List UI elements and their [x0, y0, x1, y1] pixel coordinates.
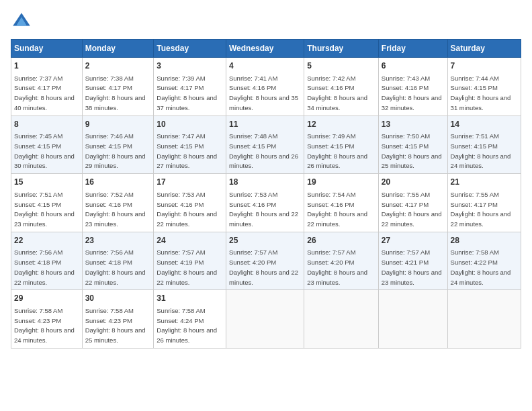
day-number: 4 [229, 60, 301, 72]
sunrise-text: Sunrise: 7:42 AM [307, 75, 355, 82]
sunset-text: Sunset: 4:15 PM [451, 142, 498, 150]
sunrise-text: Sunrise: 7:57 AM [229, 248, 277, 256]
daylight-text: Daylight: 8 hours and 23 minutes. [14, 210, 75, 228]
calendar-cell: 10 Sunrise: 7:47 AM Sunset: 4:15 PM Dayl… [154, 116, 226, 174]
calendar-cell: 26 Sunrise: 7:57 AM Sunset: 4:20 PM Dayl… [304, 232, 379, 290]
sunrise-text: Sunrise: 7:47 AM [157, 132, 205, 140]
calendar-cell: 24 Sunrise: 7:57 AM Sunset: 4:19 PM Dayl… [154, 232, 226, 290]
daylight-text: Daylight: 8 hours and 23 minutes. [85, 210, 146, 228]
calendar-cell: 27 Sunrise: 7:57 AM Sunset: 4:21 PM Dayl… [378, 232, 447, 290]
sunset-text: Sunset: 4:22 PM [451, 259, 498, 266]
sunrise-text: Sunrise: 7:58 AM [14, 307, 62, 314]
sunrise-text: Sunrise: 7:54 AM [307, 191, 355, 198]
daylight-text: Daylight: 8 hours and 23 minutes. [382, 269, 442, 286]
daylight-text: Daylight: 8 hours and 34 minutes. [307, 94, 367, 111]
daylight-text: Daylight: 8 hours and 25 minutes. [85, 326, 146, 344]
sunrise-text: Sunrise: 7:58 AM [451, 248, 499, 256]
sunrise-text: Sunrise: 7:41 AM [229, 75, 277, 82]
sunrise-text: Sunrise: 7:56 AM [85, 248, 134, 256]
calendar-cell: 25 Sunrise: 7:57 AM Sunset: 4:20 PM Dayl… [226, 232, 304, 290]
daylight-text: Daylight: 8 hours and 22 minutes. [451, 210, 511, 228]
sunset-text: Sunset: 4:20 PM [229, 259, 276, 266]
sunset-text: Sunset: 4:17 PM [85, 84, 132, 91]
daylight-text: Daylight: 8 hours and 22 minutes. [382, 210, 442, 228]
sunset-text: Sunset: 4:20 PM [307, 259, 354, 266]
day-number: 7 [451, 60, 518, 72]
sunrise-text: Sunrise: 7:39 AM [157, 75, 205, 82]
sunset-text: Sunset: 4:16 PM [229, 84, 276, 91]
day-number: 15 [14, 177, 79, 188]
sunset-text: Sunset: 4:15 PM [157, 142, 204, 150]
sunset-text: Sunset: 4:16 PM [85, 201, 132, 208]
calendar-table: SundayMondayTuesdayWednesdayThursdayFrid… [11, 39, 521, 349]
day-number: 1 [14, 60, 79, 72]
sunset-text: Sunset: 4:16 PM [382, 84, 429, 91]
calendar-cell: 16 Sunrise: 7:52 AM Sunset: 4:16 PM Dayl… [82, 174, 154, 232]
day-number: 10 [157, 119, 223, 130]
daylight-text: Daylight: 8 hours and 38 minutes. [85, 94, 146, 111]
sunset-text: Sunset: 4:21 PM [382, 259, 429, 266]
sunset-text: Sunset: 4:18 PM [85, 259, 132, 266]
sunrise-text: Sunrise: 7:57 AM [307, 248, 355, 256]
day-header-thursday: Thursday [304, 40, 379, 58]
calendar-cell: 22 Sunrise: 7:56 AM Sunset: 4:18 PM Dayl… [11, 232, 83, 290]
calendar-cell: 9 Sunrise: 7:46 AM Sunset: 4:15 PM Dayli… [82, 116, 154, 174]
day-number: 27 [382, 235, 445, 246]
daylight-text: Daylight: 8 hours and 27 minutes. [157, 152, 217, 170]
sunrise-text: Sunrise: 7:38 AM [85, 75, 134, 82]
day-number: 19 [307, 177, 375, 188]
sunset-text: Sunset: 4:15 PM [85, 142, 132, 150]
daylight-text: Daylight: 8 hours and 24 minutes. [451, 152, 511, 170]
calendar-cell: 8 Sunrise: 7:45 AM Sunset: 4:15 PM Dayli… [11, 116, 83, 174]
calendar-cell: 7 Sunrise: 7:44 AM Sunset: 4:15 PM Dayli… [447, 58, 521, 116]
daylight-text: Daylight: 8 hours and 24 minutes. [451, 269, 511, 286]
sunset-text: Sunset: 4:17 PM [14, 84, 61, 91]
day-header-sunday: Sunday [11, 40, 83, 58]
daylight-text: Daylight: 8 hours and 29 minutes. [85, 152, 146, 170]
calendar-cell: 5 Sunrise: 7:42 AM Sunset: 4:16 PM Dayli… [304, 58, 379, 116]
day-number: 29 [14, 293, 79, 304]
day-number: 26 [307, 235, 375, 246]
day-header-monday: Monday [82, 40, 154, 58]
sunset-text: Sunset: 4:16 PM [157, 201, 204, 208]
day-number: 17 [157, 177, 223, 188]
sunrise-text: Sunrise: 7:57 AM [157, 248, 205, 256]
sunset-text: Sunset: 4:16 PM [307, 201, 354, 208]
day-number: 8 [14, 119, 79, 130]
calendar-cell: 13 Sunrise: 7:50 AM Sunset: 4:15 PM Dayl… [378, 116, 447, 174]
calendar-cell: 21 Sunrise: 7:55 AM Sunset: 4:17 PM Dayl… [447, 174, 521, 232]
day-number: 30 [85, 293, 151, 304]
sunrise-text: Sunrise: 7:51 AM [451, 132, 499, 140]
calendar-cell: 18 Sunrise: 7:53 AM Sunset: 4:16 PM Dayl… [226, 174, 304, 232]
daylight-text: Daylight: 8 hours and 35 minutes. [229, 94, 298, 111]
calendar-cell [447, 290, 521, 349]
day-header-tuesday: Tuesday [154, 40, 226, 58]
sunset-text: Sunset: 4:17 PM [382, 201, 429, 208]
sunset-text: Sunset: 4:15 PM [307, 142, 354, 150]
calendar-cell: 4 Sunrise: 7:41 AM Sunset: 4:16 PM Dayli… [226, 58, 304, 116]
sunrise-text: Sunrise: 7:46 AM [85, 132, 134, 140]
sunrise-text: Sunrise: 7:56 AM [14, 248, 62, 256]
day-header-wednesday: Wednesday [226, 40, 304, 58]
daylight-text: Daylight: 8 hours and 25 minutes. [382, 152, 442, 170]
sunrise-text: Sunrise: 7:50 AM [382, 132, 430, 140]
calendar-cell: 6 Sunrise: 7:43 AM Sunset: 4:16 PM Dayli… [378, 58, 447, 116]
day-number: 28 [451, 235, 518, 246]
day-number: 31 [157, 293, 223, 304]
daylight-text: Daylight: 8 hours and 22 minutes. [229, 210, 298, 228]
sunset-text: Sunset: 4:15 PM [14, 142, 61, 150]
day-number: 3 [157, 60, 223, 72]
day-number: 22 [14, 235, 79, 246]
daylight-text: Daylight: 8 hours and 30 minutes. [14, 152, 75, 170]
calendar-cell: 2 Sunrise: 7:38 AM Sunset: 4:17 PM Dayli… [82, 58, 154, 116]
day-number: 21 [451, 177, 518, 188]
day-number: 13 [382, 119, 445, 130]
sunrise-text: Sunrise: 7:53 AM [229, 191, 277, 198]
daylight-text: Daylight: 8 hours and 22 minutes. [157, 269, 217, 286]
daylight-text: Daylight: 8 hours and 32 minutes. [382, 94, 442, 111]
sunset-text: Sunset: 4:16 PM [307, 84, 354, 91]
day-number: 18 [229, 177, 301, 188]
sunset-text: Sunset: 4:23 PM [85, 317, 132, 324]
calendar-cell: 17 Sunrise: 7:53 AM Sunset: 4:16 PM Dayl… [154, 174, 226, 232]
logo [11, 11, 35, 32]
